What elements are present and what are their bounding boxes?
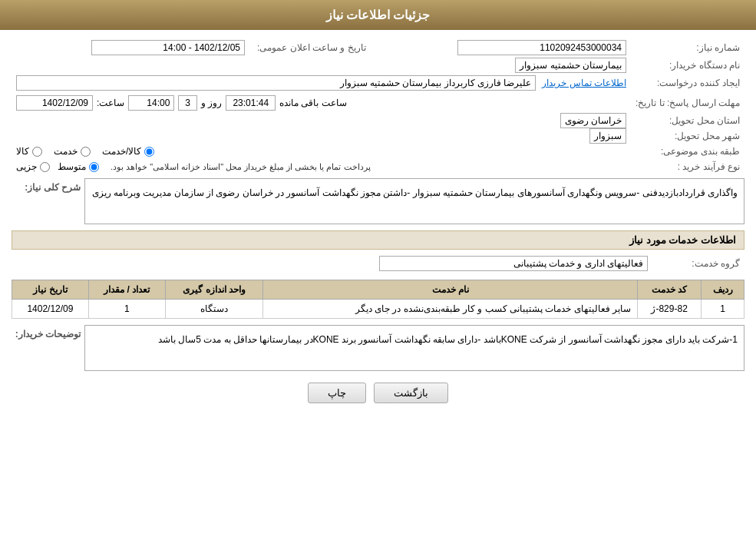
table-row: 1 829-82-ژ سایر فعالیتهای خدمات پشتیبانی… — [12, 300, 744, 319]
needNumber-value: 1102092453000034 — [371, 38, 631, 58]
deadline-remaining-label: ساعت باقی مانده — [279, 98, 347, 108]
process-jozi-radio[interactable] — [40, 162, 50, 172]
deadline-date: 1402/12/09 — [16, 95, 93, 111]
back-button[interactable]: بازگشت — [374, 383, 448, 403]
main-content: شماره نیاز: 1102092453000034 تاریخ و ساع… — [0, 30, 756, 419]
deadline-remaining: 23:01:44 — [226, 95, 276, 111]
category-value: کالا خدمت کالا/خدمت — [12, 144, 631, 159]
process-jozi-label: جزیی — [16, 161, 37, 172]
cell-row: 1 — [702, 300, 744, 319]
serviceGroup-value: فعالیتهای اداری و خدمات پشتیبانی — [12, 253, 652, 273]
buyerDesc-value: 1-شرکت باید دارای مجوز نگهداشت آسانسور ا… — [84, 325, 744, 371]
announceDate-value: 1402/12/05 - 14:00 — [12, 38, 249, 58]
col-header-qty: تعداد / مقدار — [88, 280, 165, 300]
generalDesc-label: شرح کلی نیاز: — [12, 178, 81, 193]
deadline-time-label: ساعت: — [97, 98, 124, 108]
page-header: جزئیات اطلاعات نیاز — [0, 0, 756, 30]
category-kala-label: کالا — [16, 146, 29, 157]
process-motavasset-label: متوسط — [58, 161, 86, 172]
page-title: جزئیات اطلاعات نیاز — [326, 8, 431, 22]
deadline-time: 14:00 — [128, 95, 174, 111]
creator-input: علیرضا فارزی کاربرداز بیمارستان حشمتیه س… — [16, 75, 536, 91]
creator-value: علیرضا فارزی کاربرداز بیمارستان حشمتیه س… — [12, 73, 631, 93]
col-header-unit: واحد اندازه گیری — [165, 280, 263, 300]
generalDesc-value: واگذاری قراردادبازدیدفنی -سرویس ونگهداری… — [84, 178, 744, 224]
cell-name: سایر فعالیتهای خدمات پشتیبانی کسب و کار … — [263, 300, 638, 319]
announceDate-input: 1402/12/05 - 14:00 — [91, 40, 245, 55]
category-label: طبقه بندی موضوعی: — [631, 144, 744, 159]
col-header-name: نام خدمت — [263, 280, 638, 300]
category-kala-khadamat-label: کالا/خدمت — [102, 146, 141, 157]
deadline-days-label: روز و — [201, 98, 222, 108]
category-khadamat[interactable]: خدمت — [54, 146, 91, 157]
city-input: سبزوار — [589, 128, 626, 144]
process-motavasset-radio[interactable] — [89, 162, 99, 172]
category-khadamat-radio[interactable] — [81, 147, 91, 157]
col-header-code: کد خدمت — [637, 280, 701, 300]
services-table: ردیف کد خدمت نام خدمت واحد اندازه گیری ت… — [12, 280, 744, 319]
needNumber-label: شماره نیاز: — [631, 38, 744, 58]
buyerOrg-input: بیمارستان حشمتیه سبزوار — [515, 58, 626, 73]
needNumber-input: 1102092453000034 — [457, 40, 626, 55]
button-row: بازگشت چاپ — [12, 383, 744, 403]
category-kala-khadamat[interactable]: کالا/خدمت — [102, 146, 154, 157]
category-kala[interactable]: کالا — [16, 146, 42, 157]
cell-code: 829-82-ژ — [637, 300, 701, 319]
province-input: خراسان رضوی — [560, 113, 626, 128]
serviceGroup-label: گروه خدمت: — [652, 253, 744, 273]
processType-label: نوع فرآیند خرید : — [631, 159, 744, 174]
city-value: سبزوار — [12, 128, 631, 144]
service-group-table: گروه خدمت: فعالیتهای اداری و خدمات پشتیب… — [12, 253, 744, 273]
deadline-days: 3 — [178, 95, 197, 111]
serviceInfo-title: اطلاعات خدمات مورد نیاز — [12, 230, 744, 250]
print-button[interactable]: چاپ — [308, 383, 366, 403]
col-header-row: ردیف — [702, 280, 744, 300]
buyerOrg-label: نام دستگاه خریدار: — [631, 58, 744, 73]
process-jozi[interactable]: جزیی — [16, 161, 50, 172]
serviceGroup-input: فعالیتهای اداری و خدمات پشتیبانی — [379, 256, 648, 271]
deadline-label: مهلت ارسال پاسخ: تا تاریخ: — [631, 93, 744, 113]
buyerDesc-label: توضیحات خریدار: — [12, 325, 81, 340]
deadline-row: 1402/12/09 ساعت: 14:00 3 روز و 23:01:44 … — [12, 93, 631, 113]
cell-date: 1402/12/09 — [12, 300, 89, 319]
processType-note: پرداخت تمام یا بخشی از مبلغ خریداز محل "… — [111, 162, 371, 172]
col-header-date: تاریخ نیاز — [12, 280, 89, 300]
cell-unit: دستگاه — [165, 300, 263, 319]
top-info-table: شماره نیاز: 1102092453000034 تاریخ و ساع… — [12, 38, 744, 174]
category-kala-radio[interactable] — [32, 147, 42, 157]
cell-qty: 1 — [88, 300, 165, 319]
process-motavasset[interactable]: متوسط — [58, 161, 99, 172]
page-container: جزئیات اطلاعات نیاز شماره نیاز: 11020924… — [0, 0, 756, 540]
creator-label: ایجاد کننده درخواست: — [631, 73, 744, 93]
province-value: خراسان رضوی — [12, 113, 631, 128]
category-khadamat-label: خدمت — [54, 146, 78, 157]
announceDate-label: تاریخ و ساعت اعلان عمومی: — [249, 38, 371, 58]
creator-link[interactable]: اطلاعات تماس خریدار — [542, 78, 626, 88]
province-label: استان محل تحویل: — [631, 113, 744, 128]
category-kala-khadamat-radio[interactable] — [144, 147, 154, 157]
city-label: شهر محل تحویل: — [631, 128, 744, 144]
processType-value: جزیی متوسط پرداخت تمام یا بخشی از مبلغ خ… — [12, 159, 631, 174]
buyerOrg-value: بیمارستان حشمتیه سبزوار — [12, 58, 631, 73]
